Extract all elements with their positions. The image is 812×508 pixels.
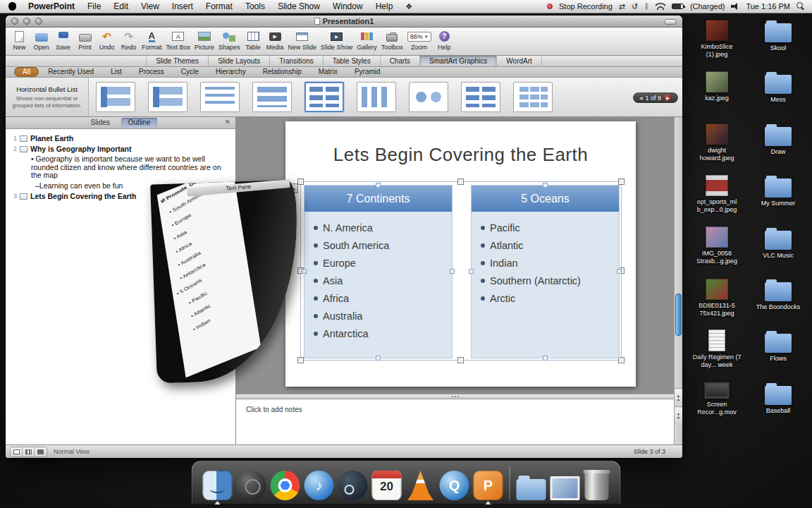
finder-icon[interactable] [203,471,233,500]
desktop-folder[interactable]: My Summer [753,179,804,207]
toolbar-gallery[interactable]: Gallery [355,30,379,51]
menu-file[interactable]: File [81,0,107,13]
bluetooth-icon[interactable]: ᛒ [644,2,649,11]
close-pane-icon[interactable]: ✕ [225,118,230,126]
bullet-item[interactable]: Africa [323,290,449,308]
category-cycle[interactable]: Cycle [173,68,207,76]
toolbar-picture[interactable]: Picture [192,30,216,51]
resize-handle[interactable] [457,357,464,363]
shape-handle[interactable] [450,269,455,274]
notes-splitter[interactable] [236,394,674,399]
scrollbar-thumb[interactable] [675,294,682,336]
smartart-thumbnail[interactable] [200,82,240,112]
sync-icon[interactable]: ↺ [632,2,638,11]
desktop-folder[interactable]: Mess [753,75,804,104]
desktop-folder[interactable]: Skool [753,23,804,52]
menu-insert[interactable]: Insert [166,0,199,13]
toolbar-toggle-pill[interactable] [664,19,677,25]
pictures-stack-icon[interactable] [550,476,580,500]
toolbar-open[interactable]: Open [30,30,52,51]
toolbar-new[interactable]: New [8,30,30,51]
bullet-item[interactable]: Europe [323,255,449,272]
category-list[interactable]: List [103,68,130,76]
pager-prev-icon[interactable]: ◀ [639,95,643,100]
smartart-box-header[interactable]: 5 Oceans [472,186,619,212]
tab-outline[interactable]: Outline [121,118,158,128]
shape-handle[interactable] [469,269,474,274]
resize-handle[interactable] [457,179,464,185]
tab-transitions[interactable]: Transitions [270,56,324,66]
apple-menu-icon[interactable] [8,2,16,11]
text-input-menu-icon[interactable]: ⇄ [619,2,625,11]
bullet-item[interactable]: N. America [323,219,449,237]
desktop-folder[interactable]: Flows [753,334,804,363]
trash-icon[interactable] [585,472,609,500]
menu-view[interactable]: View [135,0,166,13]
tab-slide-themes[interactable]: Slide Themes [146,56,209,66]
battery-status[interactable]: (Charged) [690,2,725,11]
menu-slide-show[interactable]: Slide Show [271,0,326,13]
outline-item[interactable]: 2 Why is Geography Important [10,145,231,154]
desktop-file[interactable]: dwight howard.jpeg [691,123,742,162]
toolbar-text-box[interactable]: AText Box [164,30,193,51]
quicktime-icon[interactable]: Q [440,471,469,500]
slide-canvas[interactable]: Lets Begin Covering the Earth ◂▸ 7 Conti… [285,121,636,387]
calendar-icon[interactable]: 20 [372,471,402,500]
tab-charts[interactable]: Charts [381,56,420,66]
stop-recording-item[interactable]: Stop Recording [559,2,613,11]
category-process[interactable]: Process [131,68,172,76]
bullet-item[interactable]: Southern (Antarctic) [490,272,616,290]
menu-tools[interactable]: Tools [239,0,271,13]
tab-smartart-graphics[interactable]: SmartArt Graphics [420,56,497,66]
slide-title[interactable]: Lets Begin Covering the Earth [285,144,636,166]
notes-pane[interactable]: Click to add notes [236,399,674,445]
shape-handle[interactable] [302,269,307,274]
bullet-item[interactable]: Indian [490,255,616,272]
smartart-thumbnail[interactable] [96,82,135,112]
bullet-item[interactable]: Arctic [490,290,616,308]
desktop-file[interactable]: BD8E0131-5 75x421.jpeg [691,279,742,317]
toolbar-slide-show[interactable]: ▶Slide Show [319,30,355,51]
bullet-item[interactable]: South America [323,237,449,255]
menu-clock[interactable]: Tue 1:16 PM [746,2,790,11]
outline-item[interactable]: 1 Planet Earth [10,135,231,143]
next-slide-button[interactable]: ▼▼ [675,406,682,425]
tab-table-styles[interactable]: Table Styles [324,56,381,66]
previous-slide-button[interactable]: ▲▲ [675,388,682,406]
desktop-file[interactable]: IMG_0058 Strasb...g.jpeg [691,226,742,265]
toolbar-new-slide[interactable]: New Slide [286,30,319,51]
smartart-thumbnail[interactable] [409,82,448,112]
shape-handle[interactable] [543,183,548,188]
toolbar-undo[interactable]: ↶Undo [96,30,118,51]
smartart-thumbnail[interactable] [461,82,500,112]
toolbar-format[interactable]: AFormat [140,30,164,51]
category-recently-used[interactable]: Recently Used [40,68,102,76]
toolbar-help[interactable]: ?Help [433,30,455,51]
bullet-item[interactable]: Pacific [490,219,616,237]
shape-handle[interactable] [617,269,622,274]
desktop-folder[interactable]: Baseball [753,386,804,415]
shape-handle[interactable] [376,356,381,361]
vertical-scrollbar[interactable]: ▲▲ ▼▼ [674,117,682,445]
desktop-file[interactable]: Daily Regimen (7 day... week [691,329,742,368]
toolbar-save[interactable]: Save [52,30,74,51]
shape-handle[interactable] [376,183,381,188]
vlc-icon[interactable] [406,471,436,500]
smartart-thumbnail[interactable] [513,82,553,112]
steam-icon[interactable] [338,471,368,500]
bullet-item[interactable]: Asia [323,272,449,290]
spotlight-icon[interactable] [796,2,805,11]
desktop-file[interactable]: Screen Recor...g.mov [691,382,742,416]
notes-placeholder[interactable]: Click to add notes [246,406,674,413]
normal-view-button[interactable] [11,447,23,456]
desktop-folder[interactable]: VLC Music [753,231,804,260]
smartart-box-continents[interactable]: 7 Continents N. America South America Eu… [304,185,453,358]
toolbar-media[interactable]: ▶Media [264,30,286,51]
chrome-icon[interactable] [271,471,300,500]
pager-next-icon[interactable]: ▶ [664,94,672,102]
smartart-thumbnail[interactable] [357,82,396,112]
menu-edit[interactable]: Edit [107,0,135,13]
category-relationship[interactable]: Relationship [255,68,309,76]
powerpoint-icon[interactable]: P [474,471,503,500]
menu-help[interactable]: Help [369,0,400,13]
